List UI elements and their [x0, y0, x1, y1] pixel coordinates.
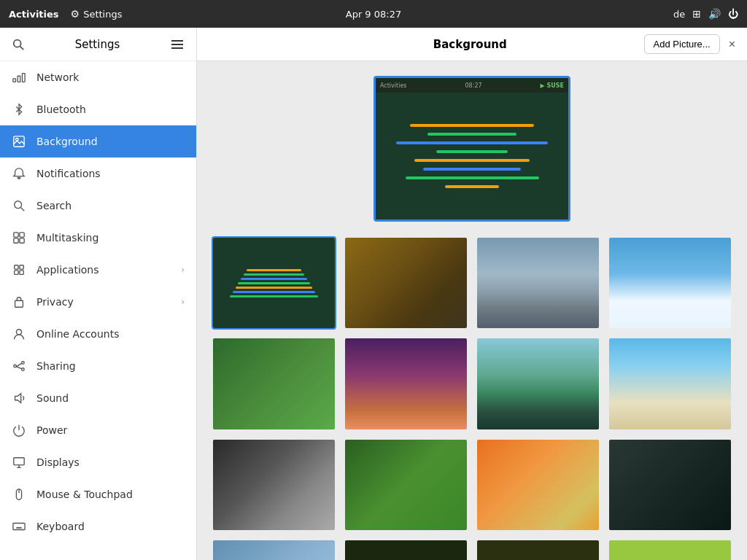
wallpaper-preview: Activities 08:27 ▶ SUSE	[212, 76, 732, 222]
svg-rect-30	[13, 524, 25, 530]
svg-point-7	[15, 201, 22, 209]
sidebar: Settings Network Bluetooth Background No…	[0, 28, 197, 560]
sidebar-item-label: Keyboard	[36, 521, 185, 532]
sidebar-item-power[interactable]: Power	[0, 414, 196, 446]
multitasking-icon	[12, 230, 26, 245]
sidebar-item-notifications[interactable]: Notifications	[0, 158, 196, 190]
svg-rect-5	[14, 136, 24, 147]
mouse-icon	[12, 487, 26, 502]
wallpaper-thumb-wp-sunset[interactable]	[344, 337, 468, 430]
wallpaper-thumb-wp-lime[interactable]	[608, 539, 732, 560]
sidebar-item-search[interactable]: Search	[0, 190, 196, 222]
preview-background	[376, 93, 568, 219]
wallpaper-thumb-wp-animal1[interactable]	[344, 236, 468, 330]
svg-rect-9	[14, 233, 18, 237]
main-container: Settings Network Bluetooth Background No…	[0, 28, 747, 560]
wallpaper-thumb-wp-dark-green[interactable]	[344, 539, 468, 560]
wallpaper-thumb-wp-stones[interactable]	[476, 236, 600, 330]
network-status-icon: ⊞	[692, 8, 701, 20]
content-body: Activities 08:27 ▶ SUSE	[197, 61, 747, 560]
sidebar-item-mouse-touchpad[interactable]: Mouse & Touchpad	[0, 478, 196, 510]
sidebar-item-keyboard[interactable]: Keyboard	[0, 510, 196, 542]
sidebar-item-label: Online Accounts	[36, 328, 185, 340]
search-icon	[12, 38, 25, 51]
chevron-right-icon: ›	[181, 297, 185, 307]
svg-rect-25	[14, 458, 24, 465]
sidebar-item-label: Displays	[36, 456, 185, 468]
svg-rect-17	[15, 300, 23, 307]
svg-rect-13	[15, 265, 18, 269]
preview-time: 08:27	[465, 82, 482, 89]
svg-rect-16	[20, 271, 23, 274]
background-icon	[12, 134, 26, 149]
sidebar-search-button[interactable]	[9, 35, 28, 54]
sidebar-header: Settings	[0, 28, 196, 61]
close-button[interactable]: ×	[729, 38, 735, 51]
sidebar-item-online-accounts[interactable]: Online Accounts	[0, 318, 196, 350]
wallpaper-thumb-wp-suse[interactable]	[212, 236, 336, 330]
wallpaper-thumb-wp-dark-olive[interactable]	[476, 539, 600, 560]
sidebar-item-label: Notifications	[36, 168, 185, 179]
activities-button[interactable]: Activities	[9, 9, 59, 20]
add-picture-button[interactable]: Add Picture...	[644, 34, 720, 54]
wallpaper-thumb-wp-blue-abstract[interactable]	[212, 539, 336, 560]
svg-line-8	[21, 208, 25, 211]
sidebar-item-label: Sound	[36, 392, 185, 404]
svg-line-22	[16, 363, 21, 367]
content-header: Background Add Picture... ×	[197, 28, 747, 61]
svg-point-20	[14, 365, 17, 368]
sidebar-item-label: Bluetooth	[36, 104, 185, 115]
wallpaper-thumb-wp-orange-flower[interactable]	[476, 438, 600, 532]
svg-rect-11	[14, 238, 18, 243]
settings-topbar-button[interactable]: ⚙ Settings	[71, 8, 123, 20]
wallpaper-thumb-wp-leaf[interactable]	[212, 337, 336, 430]
svg-line-1	[20, 46, 24, 49]
menu-line	[171, 40, 183, 42]
svg-rect-3	[18, 76, 20, 82]
locale-display: de	[673, 9, 685, 20]
keyboard-icon	[12, 519, 26, 534]
sidebar-item-label: Applications	[36, 264, 171, 276]
wallpaper-thumb-wp-animal2[interactable]	[212, 438, 336, 532]
network-icon	[12, 70, 26, 85]
svg-rect-14	[20, 265, 23, 269]
wallpaper-thumb-wp-beach[interactable]	[608, 337, 732, 430]
online-accounts-icon	[12, 327, 26, 341]
preview-suse-logo: ▶ SUSE	[541, 82, 564, 89]
sidebar-item-sharing[interactable]: Sharing	[0, 350, 196, 382]
sidebar-item-label: Multitasking	[36, 232, 185, 244]
content-title: Background	[296, 38, 644, 51]
sidebar-item-label: Mouse & Touchpad	[36, 489, 185, 500]
search-icon	[12, 198, 26, 213]
power-icon[interactable]: ⏻	[728, 8, 738, 20]
svg-line-23	[16, 367, 21, 369]
sidebar-item-sound[interactable]: Sound	[0, 382, 196, 414]
svg-point-21	[22, 368, 25, 371]
wallpaper-thumb-wp-mountains[interactable]	[476, 337, 600, 430]
wallpaper-grid	[212, 236, 732, 560]
datetime-display: Apr 9 08:27	[346, 9, 402, 20]
preview-topbar: Activities 08:27 ▶ SUSE	[376, 78, 568, 93]
sidebar-item-bluetooth[interactable]: Bluetooth	[0, 93, 196, 125]
power-icon	[12, 423, 26, 438]
sidebar-item-applications[interactable]: Applications ›	[0, 254, 196, 286]
volume-icon[interactable]: 🔊	[708, 8, 721, 20]
sidebar-item-network[interactable]: Network	[0, 61, 196, 93]
menu-line	[171, 47, 183, 49]
sidebar-item-displays[interactable]: Displays	[0, 446, 196, 478]
svg-rect-4	[23, 74, 26, 82]
sidebar-menu-button[interactable]	[167, 36, 187, 53]
applications-icon	[12, 262, 26, 277]
privacy-icon	[12, 295, 26, 309]
sidebar-nav: Network Bluetooth Background Notificatio…	[0, 61, 196, 560]
sidebar-item-multitasking[interactable]: Multitasking	[0, 222, 196, 254]
wallpaper-thumb-wp-clouds1[interactable]	[608, 236, 732, 330]
sidebar-item-privacy[interactable]: Privacy ›	[0, 286, 196, 318]
chevron-right-icon: ›	[181, 265, 185, 275]
sidebar-item-background[interactable]: Background	[0, 125, 196, 158]
wallpaper-thumb-wp-green-macro[interactable]	[344, 438, 468, 532]
wallpaper-thumb-wp-dark-texture[interactable]	[608, 438, 732, 532]
sidebar-item-label: Privacy	[36, 296, 171, 308]
preview-activities: Activities	[380, 82, 407, 89]
sidebar-item-label: Power	[36, 424, 185, 436]
